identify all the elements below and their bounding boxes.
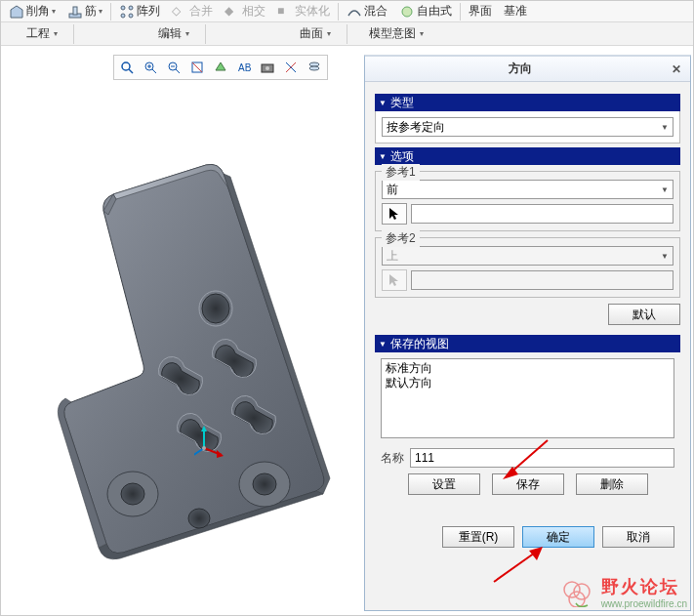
separator xyxy=(73,24,74,44)
reference2-group: 参考2 上 ▼ xyxy=(375,237,680,298)
ribbon-label: 阵列 xyxy=(137,3,160,20)
menu-edit[interactable]: 编辑▾ xyxy=(143,22,205,46)
set-button[interactable]: 设置 xyxy=(408,473,480,495)
name-label: 名称 xyxy=(381,450,404,467)
svg-rect-2 xyxy=(73,7,77,15)
zoom-in-button[interactable] xyxy=(140,57,161,78)
list-item[interactable]: 默认方向 xyxy=(386,376,670,390)
separator xyxy=(338,3,339,21)
svg-point-5 xyxy=(121,14,125,18)
chevron-down-icon: ▼ xyxy=(661,123,669,132)
csys-toggle-button[interactable] xyxy=(280,57,302,78)
svg-point-7 xyxy=(402,7,412,17)
menu-surface[interactable]: 曲面▾ xyxy=(284,22,347,46)
svg-point-4 xyxy=(129,6,133,10)
cancel-button[interactable]: 取消 xyxy=(602,526,674,548)
ribbon-rib[interactable]: 筋▾ xyxy=(63,3,106,20)
section-header-type[interactable]: ▼类型 xyxy=(375,94,680,111)
ribbon-label: 混合 xyxy=(364,3,388,20)
list-item[interactable]: 标准方向 xyxy=(386,361,670,376)
reset-button[interactable]: 重置(R) xyxy=(442,526,514,548)
zoom-fit-button[interactable] xyxy=(116,57,138,78)
saved-views-list[interactable]: 标准方向 默认方向 xyxy=(381,358,674,438)
dialog-titlebar[interactable]: 方向 ✕ xyxy=(365,57,690,82)
snapshot-button[interactable] xyxy=(257,57,278,78)
ribbon-merge: ◇合并 xyxy=(168,3,217,20)
reference2-pick-button xyxy=(382,269,407,291)
group-labels-row: 工程▾ 编辑▾ 曲面▾ 模型意图▾ xyxy=(1,22,693,46)
blend-icon xyxy=(347,4,362,20)
layers-button[interactable] xyxy=(304,57,325,78)
svg-point-37 xyxy=(202,446,206,450)
svg-point-30 xyxy=(253,473,276,495)
svg-point-6 xyxy=(129,14,133,18)
ribbon-tools-row: 削角▾ 筋▾ 阵列 ◇合并 ◆相交 ■实体化 混合 自由式 界面 基准 xyxy=(1,1,693,22)
freestyle-icon xyxy=(399,4,415,20)
ribbon-label: 自由式 xyxy=(417,3,452,20)
cursor-icon xyxy=(388,273,400,287)
name-input[interactable] xyxy=(410,448,674,468)
type-dropdown[interactable]: 按参考定向 ▼ xyxy=(382,117,674,137)
reference1-label: 参考1 xyxy=(382,164,420,181)
svg-point-31 xyxy=(188,509,210,528)
separator xyxy=(205,24,206,44)
pattern-icon xyxy=(119,4,135,20)
repaint-button[interactable] xyxy=(186,57,208,78)
svg-text:AB: AB xyxy=(238,62,252,73)
svg-line-36 xyxy=(194,448,204,458)
section-header-saved-views[interactable]: ▼保存的视图 xyxy=(375,335,680,352)
svg-point-8 xyxy=(122,62,130,70)
svg-point-28 xyxy=(121,483,144,505)
svg-line-16 xyxy=(176,69,180,73)
ribbon-pattern[interactable]: 阵列 xyxy=(115,3,164,20)
model-viewport[interactable] xyxy=(1,84,364,611)
solidify-icon: ■ xyxy=(277,4,293,20)
svg-line-13 xyxy=(152,69,156,73)
separator xyxy=(110,3,111,21)
reference1-pick-button[interactable] xyxy=(382,203,407,225)
close-icon[interactable]: ✕ xyxy=(669,62,684,77)
svg-point-25 xyxy=(202,294,229,323)
viewport-toolbar: AB xyxy=(113,55,328,80)
model-render xyxy=(1,84,364,611)
ok-button[interactable]: 确定 xyxy=(522,526,594,548)
ribbon-boundary[interactable]: 界面 xyxy=(465,3,496,20)
zoom-out-button[interactable] xyxy=(163,57,184,78)
menu-engineering[interactable]: 工程▾ xyxy=(11,22,73,46)
svg-marker-0 xyxy=(11,6,22,18)
csys-triad xyxy=(194,424,233,463)
delete-button[interactable]: 删除 xyxy=(576,473,648,495)
reference1-field[interactable] xyxy=(411,204,674,224)
chevron-down-icon: ▼ xyxy=(661,252,669,261)
reference1-dropdown[interactable]: 前 ▼ xyxy=(382,180,674,199)
ribbon-solidify: ■实体化 xyxy=(273,3,334,20)
ribbon-freestyle[interactable]: 自由式 xyxy=(395,3,456,20)
reference2-label: 参考2 xyxy=(382,230,420,247)
default-button[interactable]: 默认 xyxy=(608,304,680,325)
reference2-field xyxy=(411,270,674,290)
separator xyxy=(347,24,347,44)
svg-point-23 xyxy=(309,62,319,66)
reference1-group: 参考1 前 ▼ xyxy=(375,171,680,231)
ribbon-datum[interactable]: 基准 xyxy=(500,3,531,20)
ribbon-label: 筋 xyxy=(85,3,97,20)
svg-marker-33 xyxy=(201,426,207,431)
chevron-down-icon: ▼ xyxy=(661,185,669,194)
reference2-dropdown: 上 ▼ xyxy=(382,246,674,266)
annotation-button[interactable]: AB xyxy=(233,57,255,78)
section-header-options[interactable]: ▼选项 xyxy=(375,147,680,165)
menu-model-intent[interactable]: 模型意图▾ xyxy=(353,22,439,46)
svg-marker-35 xyxy=(217,450,224,458)
orientation-dialog: 方向 ✕ ▼类型 按参考定向 ▼ ▼选项 参考1 前 ▼ xyxy=(364,55,691,611)
rib-icon xyxy=(67,4,83,20)
svg-point-3 xyxy=(121,6,125,10)
ribbon-blend[interactable]: 混合 xyxy=(343,3,391,20)
type-value: 按参考定向 xyxy=(387,119,445,136)
svg-line-9 xyxy=(129,69,133,73)
svg-point-24 xyxy=(309,66,319,70)
ribbon-intersect: ◆相交 xyxy=(221,3,269,20)
shading-button[interactable] xyxy=(210,57,231,78)
ribbon-label: 削角 xyxy=(26,3,50,20)
save-button[interactable]: 保存 xyxy=(492,473,564,495)
ribbon-chamfer[interactable]: 削角▾ xyxy=(5,3,60,20)
